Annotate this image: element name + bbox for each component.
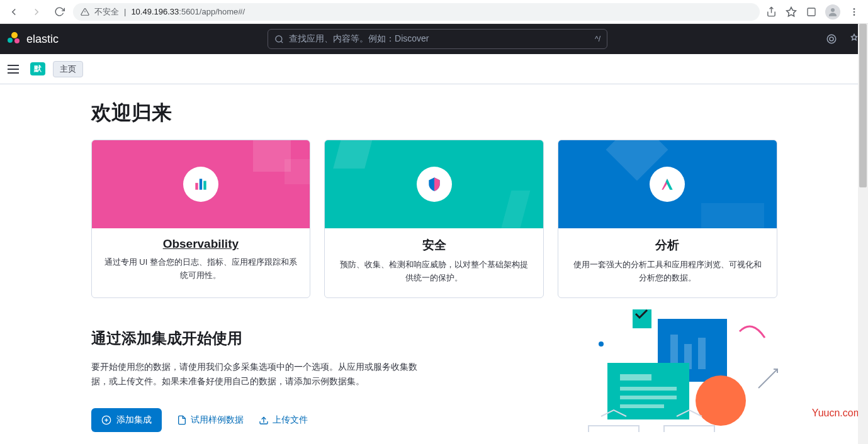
svg-rect-13 bbox=[195, 183, 198, 190]
card-security[interactable]: 安全 预防、收集、检测和响应威胁，以对整个基础架构提供统一的保护。 bbox=[324, 140, 544, 298]
svg-rect-38 bbox=[589, 426, 639, 432]
breadcrumb-home[interactable]: 主页 bbox=[53, 61, 83, 77]
solution-cards: Observability 通过专用 UI 整合您的日志、指标、应用程序跟踪和系… bbox=[91, 140, 777, 298]
plus-circle-icon bbox=[101, 415, 111, 425]
insecure-label: 不安全 bbox=[94, 6, 119, 18]
nav-reload-button[interactable] bbox=[50, 3, 68, 21]
try-sample-data-link[interactable]: 试用样例数据 bbox=[177, 414, 244, 426]
space-selector[interactable]: 默 bbox=[30, 62, 45, 75]
svg-rect-24 bbox=[633, 309, 651, 328]
upload-file-link[interactable]: 上传文件 bbox=[259, 414, 308, 426]
bookmark-icon[interactable] bbox=[785, 6, 798, 18]
svg-rect-23 bbox=[698, 338, 706, 369]
svg-rect-15 bbox=[203, 181, 206, 190]
card-hero bbox=[558, 140, 777, 228]
security-icon bbox=[417, 167, 452, 202]
analytics-icon bbox=[650, 167, 685, 202]
search-shortcut: ^/ bbox=[595, 35, 600, 43]
svg-rect-29 bbox=[620, 396, 677, 399]
url-text: 10.49.196.33:5601/app/home#/ bbox=[131, 7, 245, 16]
nav-toggle-button[interactable] bbox=[8, 62, 23, 77]
svg-rect-39 bbox=[664, 426, 714, 432]
card-title: Observability bbox=[103, 237, 299, 251]
brand-text: elastic bbox=[26, 33, 59, 46]
main-content: 欢迎归来 Observability 通过专用 UI 整合您的日志、指标、应用程… bbox=[91, 84, 777, 432]
upload-icon bbox=[259, 415, 269, 425]
svg-rect-26 bbox=[607, 363, 689, 419]
card-body: 安全 预防、收集、检测和响应威胁，以对整个基础架构提供统一的保护。 bbox=[325, 228, 543, 297]
card-analytics[interactable]: 分析 使用一套强大的分析工具和应用程序浏览、可视化和分析您的数据。 bbox=[558, 140, 777, 298]
elastic-logo-icon bbox=[8, 32, 21, 46]
svg-point-25 bbox=[696, 375, 746, 426]
elastic-logo[interactable]: elastic bbox=[8, 32, 59, 46]
share-icon[interactable] bbox=[765, 6, 777, 18]
card-desc: 使用一套强大的分析工具和应用程序浏览、可视化和分析您的数据。 bbox=[570, 258, 765, 285]
svg-rect-27 bbox=[620, 374, 651, 380]
header-right bbox=[825, 33, 860, 45]
help-icon[interactable] bbox=[825, 33, 838, 45]
search-placeholder: 查找应用、内容等。例如：Discover bbox=[289, 33, 429, 45]
nav-forward-button[interactable] bbox=[28, 3, 45, 21]
kebab-menu-icon[interactable] bbox=[848, 6, 860, 18]
svg-point-5 bbox=[831, 8, 835, 12]
watermark-text: Yuucn.com bbox=[812, 408, 862, 419]
extensions-icon[interactable] bbox=[805, 6, 818, 18]
integrations-desc: 要开始使用您的数据，请使用我们众多采集选项中的一个选项。从应用或服务收集数据，或… bbox=[91, 360, 419, 390]
nav-back-button[interactable] bbox=[5, 3, 23, 21]
url-bar[interactable]: 不安全 | 10.49.196.33:5601/app/home#/ bbox=[73, 3, 760, 21]
svg-rect-14 bbox=[200, 179, 202, 189]
scrollbar-thumb[interactable] bbox=[859, 24, 867, 187]
card-hero bbox=[325, 140, 543, 228]
svg-rect-28 bbox=[620, 387, 677, 391]
card-body: 分析 使用一套强大的分析工具和应用程序浏览、可视化和分析您的数据。 bbox=[558, 228, 777, 297]
card-body: Observability 通过专用 UI 整合您的日志、指标、应用程序跟踪和系… bbox=[92, 228, 310, 295]
svg-rect-30 bbox=[620, 404, 664, 408]
svg-point-11 bbox=[827, 35, 836, 43]
add-integration-button[interactable]: 添加集成 bbox=[91, 408, 162, 432]
card-desc: 通过专用 UI 整合您的日志、指标、应用程序跟踪和系统可用性。 bbox=[103, 256, 299, 282]
card-desc: 预防、收集、检测和响应威胁，以对整个基础架构提供统一的保护。 bbox=[336, 258, 532, 285]
document-icon bbox=[177, 415, 187, 425]
svg-point-7 bbox=[854, 11, 855, 13]
global-search-input[interactable]: 查找应用、内容等。例如：Discover ^/ bbox=[268, 29, 607, 49]
scrollbar[interactable] bbox=[858, 24, 868, 432]
search-icon bbox=[274, 35, 284, 44]
svg-point-31 bbox=[599, 341, 604, 347]
svg-point-8 bbox=[854, 14, 855, 16]
svg-rect-4 bbox=[808, 8, 815, 16]
integrations-illustration bbox=[538, 306, 803, 432]
card-title: 安全 bbox=[336, 237, 532, 253]
card-observability[interactable]: Observability 通过专用 UI 整合您的日志、指标、应用程序跟踪和系… bbox=[91, 140, 311, 298]
observability-icon bbox=[183, 167, 218, 202]
chrome-actions bbox=[765, 4, 863, 19]
sub-header: 默 主页 bbox=[0, 54, 868, 84]
svg-point-9 bbox=[276, 35, 282, 42]
svg-line-10 bbox=[281, 41, 283, 43]
svg-point-6 bbox=[854, 8, 855, 10]
card-title: 分析 bbox=[570, 237, 765, 253]
svg-marker-3 bbox=[787, 7, 796, 16]
profile-avatar-icon[interactable] bbox=[825, 4, 840, 19]
browser-chrome: 不安全 | 10.49.196.33:5601/app/home#/ bbox=[0, 0, 868, 24]
svg-point-12 bbox=[830, 37, 833, 41]
warning-icon bbox=[81, 8, 89, 16]
card-hero bbox=[92, 140, 310, 228]
page-title: 欢迎归来 bbox=[91, 99, 777, 127]
elastic-header: elastic 查找应用、内容等。例如：Discover ^/ bbox=[0, 24, 868, 54]
